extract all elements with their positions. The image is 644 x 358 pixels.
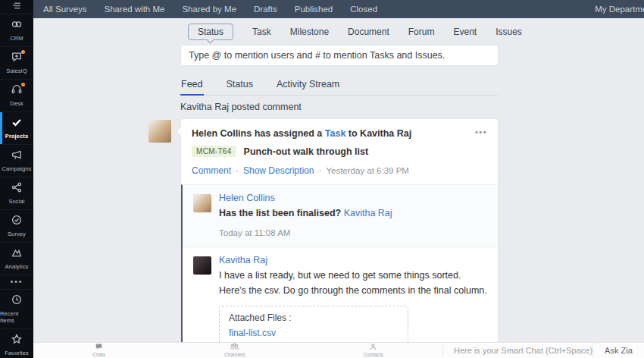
commenter-avatar[interactable] [193,194,211,212]
comment-text: I have a list ready, but we need to get … [219,268,487,298]
task-link[interactable]: Task [325,128,346,139]
sidebar-item-label: Favorites [5,350,29,356]
sidebar-item-campaigns[interactable]: Campaigns [0,144,33,177]
comment-author-link[interactable]: Helen Collins [219,193,275,203]
sidebar-item-label: Projects [5,133,28,140]
topbar: All Surveys Shared with Me Shared by Me … [33,0,644,18]
sidebar-item-label: SalesIQ [6,68,27,74]
feed-event-text: Kavitha Raj posted comment [180,102,499,112]
nav-tab-all-surveys[interactable]: All Surveys [43,5,87,14]
nav-tab-closed[interactable]: Closed [350,5,377,14]
sidebar-item-survey[interactable]: Survey [0,209,33,242]
sidebar-item-label: Recent Items [0,310,33,324]
tab-event[interactable]: Event [453,27,477,37]
tab-forum[interactable]: Forum [408,27,435,37]
feed-tabs: Feed Status Activity Stream [180,79,499,96]
card-actions: Comment · Show Description · Yesterday a… [181,157,498,176]
department-dropdown[interactable]: My Department ▾ [595,5,644,14]
card-header: Helen Collins has assigned a Task to Kav… [181,119,498,139]
attachment-file-link[interactable]: final-list.csv [229,328,276,338]
projects-check-icon [11,116,23,130]
app-window: CRM SalesIQ Desk Projects Campaigns Soci… [0,0,644,358]
feed-card: Helen Collins has assigned a Task to Kav… [180,118,499,342]
smart-chat-input[interactable]: Here is your Smart Chat (Ctrl+Space) [443,343,592,358]
comment-item: Helen Collins Has the list been finalise… [183,185,498,247]
task-row: MCM-T64 Punch-out walk through list [181,139,498,157]
tab-issues[interactable]: Issues [496,27,522,37]
crm-icon [11,18,23,33]
card-more-menu[interactable]: ••• [475,128,487,136]
feed-tab-activity-stream[interactable]: Activity Stream [276,79,340,95]
nav-tab-shared-by-me[interactable]: Shared by Me [182,5,236,14]
notification-dot [21,50,25,54]
commenter-avatar[interactable] [193,256,211,275]
sidebar-item-recent-items[interactable]: Recent Items [0,289,33,328]
comment-author-link[interactable]: Kavitha Raj [219,255,267,265]
sidebar-item-desk[interactable]: Desk [0,79,33,111]
module-tabs: Status Task Milestone Document Forum Eve… [180,18,499,40]
app-menu-button[interactable] [0,0,33,14]
attachment-box: Attached Files : final-list.csv [219,306,408,342]
tab-status[interactable]: Status [188,24,233,40]
nav-tab-drafts[interactable]: Drafts [254,5,277,14]
sidebar-item-projects[interactable]: Projects [0,111,33,144]
show-description-link[interactable]: Show Description [243,165,314,176]
task-id-badge: MCM-T64 [192,146,236,157]
topbar-nav: All Surveys Shared with Me Shared by Me … [43,5,377,14]
sidebar-item-label: Analytics [5,263,29,270]
sidebar-item-label: CRM [10,35,23,42]
bottombar-channels[interactable]: Channels [224,343,245,358]
comment-action-link[interactable]: Comment [192,165,231,176]
sidebar-item-label: Campaigns [2,165,32,172]
sidebar-item-label: Desk [10,100,23,107]
sidebar-item-salesiq[interactable]: SalesIQ [0,46,33,79]
ask-zia-button[interactable]: Ask Zia [592,343,644,358]
notification-dot [21,83,25,86]
channels-icon [230,343,239,352]
tab-document[interactable]: Document [348,27,389,37]
chat-bottombar: Chats Channels Contacts Here is your Sma… [33,342,644,358]
chats-icon [95,343,103,352]
analytics-chart-icon [11,247,23,261]
attachment-label: Attached Files : [229,312,399,323]
app-menu-icon [11,0,23,14]
comment-timestamp: Today at 11:08 AM [219,228,487,237]
app-sidebar: CRM SalesIQ Desk Projects Campaigns Soci… [0,0,33,358]
comment-thread: Helen Collins Has the list been finalise… [181,184,498,342]
bottombar-contacts[interactable]: Contacts [364,343,383,358]
sidebar-item-label: Social [8,198,24,205]
assignment-text: Helen Collins has assigned a Task to Kav… [192,128,411,139]
bottombar-chats[interactable]: Chats [92,343,105,358]
survey-check-circle-icon [11,214,23,228]
feed-tab-status[interactable]: Status [226,79,254,95]
tab-milestone[interactable]: Milestone [290,27,329,37]
mention-link[interactable]: Kavitha Raj [344,208,392,218]
sidebar-item-favorites[interactable]: Favorites [0,328,33,358]
comment-text: Has the list been finalised? Kavitha Raj [219,206,487,221]
task-title[interactable]: Punch-out walk through list [244,146,369,157]
nav-tab-published[interactable]: Published [295,5,333,14]
sidebar-item-label: Survey [8,231,26,237]
campaigns-megaphone-icon [11,149,23,163]
more-apps-icon: ••• [11,278,23,286]
social-share-icon [11,181,23,196]
department-label: My Department [595,5,644,14]
main-area: Status Task Milestone Document Forum Eve… [33,18,644,342]
sidebar-item-social[interactable]: Social [0,177,33,209]
tab-task[interactable]: Task [252,27,271,37]
recent-history-icon [11,294,23,308]
contacts-icon [369,343,377,352]
sidebar-item-more[interactable]: ••• [0,275,33,289]
sidebar-item-crm[interactable]: CRM [0,14,33,46]
status-mention-input[interactable]: Type @ to mention users and # to mention… [180,45,499,66]
comment-item: Kavitha Raj I have a list ready, but we … [183,247,498,342]
poster-avatar[interactable] [148,120,171,143]
favorites-star-icon [11,333,23,347]
sidebar-item-analytics[interactable]: Analytics [0,242,33,275]
nav-tab-shared-with-me[interactable]: Shared with Me [105,5,165,14]
tab-notch [207,36,214,44]
card-timestamp: Yesterday at 6:39 PM [326,166,409,175]
feed-tab-feed[interactable]: Feed [180,79,204,96]
